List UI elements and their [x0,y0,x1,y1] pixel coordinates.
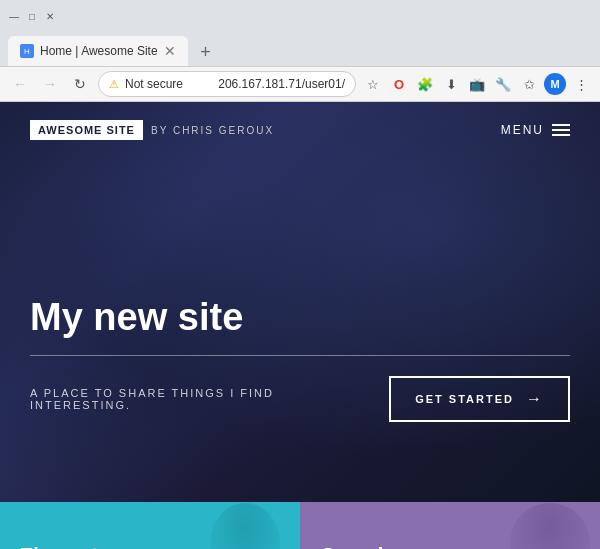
cta-arrow-icon: → [526,390,544,408]
hamburger-icon [552,124,570,136]
toolbar-icons: ☆ O 🧩 ⬇ 📺 🔧 ✩ M ⋮ [362,73,592,95]
brand-sub: BY CHRIS GEROUX [151,125,274,136]
hero-divider [30,355,570,356]
minimize-button[interactable]: — [8,10,20,22]
nav-menu-button[interactable]: MENU [501,123,570,137]
hamburger-line-3 [552,134,570,136]
browser-toolbar: ← → ↻ ⚠ Not secure 206.167.181.71/user01… [0,66,600,102]
bookmark-icon[interactable]: ☆ [362,73,384,95]
hero-bottom: A PLACE TO SHARE THINGS I FIND INTERESTI… [30,376,570,422]
downloads-icon[interactable]: ⬇ [440,73,462,95]
opera-icon[interactable]: O [388,73,410,95]
nav-brand: AWESOME SITE BY CHRIS GEROUX [30,120,274,140]
card-generic[interactable]: Generic [300,502,600,549]
new-tab-button[interactable]: + [192,38,220,66]
website-content: AWESOME SITE BY CHRIS GEROUX MENU My new… [0,102,600,549]
window-controls: — □ ✕ [8,10,56,22]
title-bar-left: — □ ✕ [8,10,56,22]
menu-label: MENU [501,123,544,137]
card-elements-label: Elements [20,544,109,549]
back-button[interactable]: ← [8,72,32,96]
hero-section: AWESOME SITE BY CHRIS GEROUX MENU My new… [0,102,600,502]
brand-name: AWESOME SITE [30,120,143,140]
card-generic-label: Generic [320,544,394,549]
get-started-button[interactable]: GET STARTED → [389,376,570,422]
card-person-image-cyan [210,503,280,549]
hero-content: My new site A PLACE TO SHARE THINGS I FI… [30,297,570,422]
cta-label: GET STARTED [415,393,514,405]
close-button[interactable]: ✕ [44,10,56,22]
tab-title: Home | Awesome Site [40,44,158,58]
hero-title: My new site [30,297,570,339]
site-nav: AWESOME SITE BY CHRIS GEROUX MENU [0,102,600,158]
reload-button[interactable]: ↻ [68,72,92,96]
forward-button[interactable]: → [38,72,62,96]
security-icon: ⚠ [109,78,119,91]
address-bar[interactable]: ⚠ Not secure 206.167.181.71/user01/ [98,71,356,97]
browser-window: — □ ✕ H Home | Awesome Site ✕ + ← → ↻ [0,0,600,549]
url-text: 206.167.181.71/user01/ [218,77,345,91]
star-icon[interactable]: ✩ [518,73,540,95]
browser-tab-active[interactable]: H Home | Awesome Site ✕ [8,36,188,66]
menu-icon[interactable]: ⋮ [570,73,592,95]
card-elements[interactable]: Elements [0,502,300,549]
title-bar: — □ ✕ [0,0,600,32]
security-label: Not secure [125,77,212,91]
tab-bar: H Home | Awesome Site ✕ + [0,32,600,66]
hero-tagline: A PLACE TO SHARE THINGS I FIND INTERESTI… [30,387,359,411]
card-person-image-purple [510,503,590,549]
profile-avatar[interactable]: M [544,73,566,95]
extensions-icon[interactable]: 🧩 [414,73,436,95]
hamburger-line-1 [552,124,570,126]
cards-section: Elements Generic [0,502,600,549]
cast-icon[interactable]: 📺 [466,73,488,95]
tab-close-button[interactable]: ✕ [164,43,176,59]
maximize-button[interactable]: □ [26,10,38,22]
hamburger-line-2 [552,129,570,131]
tab-favicon: H [20,44,34,58]
puzzle-icon[interactable]: 🔧 [492,73,514,95]
